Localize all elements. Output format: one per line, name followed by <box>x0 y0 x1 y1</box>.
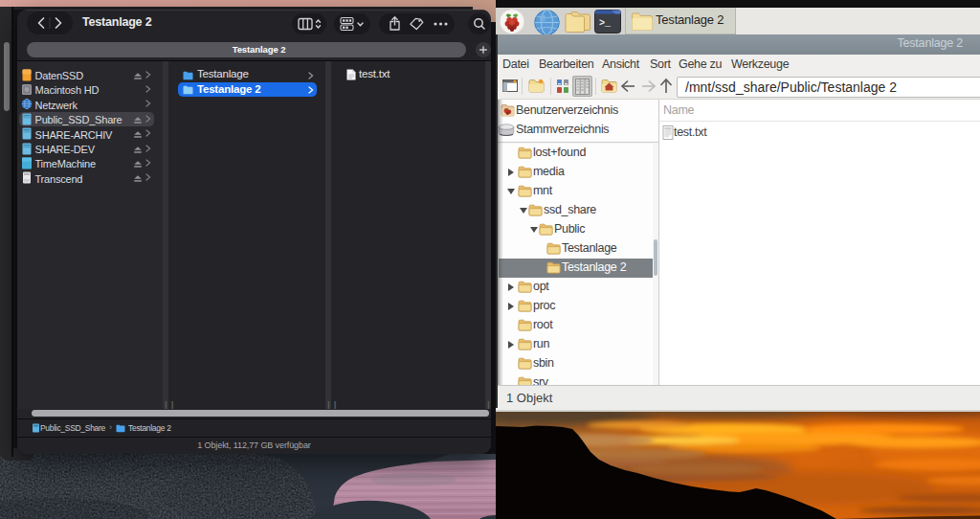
svg-text:>_: >_ <box>599 18 612 29</box>
